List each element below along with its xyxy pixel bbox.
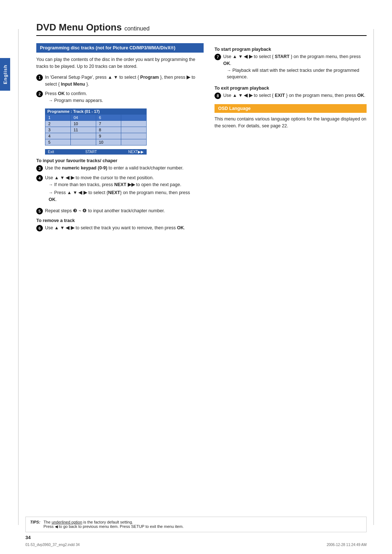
footer-start: START — [85, 150, 97, 154]
table-cell: 10 — [70, 120, 96, 127]
right-column: To start program playback 7 Use ▲ ▼ ◀ ▶ … — [215, 43, 367, 234]
table-cell — [70, 139, 96, 145]
page: English DVD Menu Options continued Progr… — [0, 0, 392, 554]
step-8-num: 8 — [215, 93, 221, 99]
table-row: 1 04 6 — [45, 114, 147, 120]
step-2-bullet: Program menu appears. — [49, 97, 204, 104]
table-cell: 6 — [96, 114, 121, 120]
step-5: 5 Repeat steps ❸ ~ ❹ to input another tr… — [36, 208, 204, 214]
step-4-bullet-2: Press ▲ ▼ ◀ ▶ to select {NEXT} on the pr… — [49, 189, 204, 203]
step-4: 4 Use ▲ ▼ ◀ ▶ to move the cursor to the … — [36, 175, 204, 205]
table-row: 3 11 8 — [45, 127, 147, 133]
subsection-favourite: To input your favourite tracks/ chaper — [36, 158, 204, 163]
table-cell: 9 — [96, 133, 121, 139]
step-4-bullet-1: If more than ten tracks, press NEXT ▶▶ t… — [49, 181, 204, 188]
tips-label: TIPS: — [30, 520, 40, 524]
table-cell: 11 — [70, 127, 96, 133]
tips-line2: Press ◀ to go back to previous menu item… — [44, 524, 184, 529]
step-6: 6 Use ▲ ▼ ◀ ▶ to select the track you wa… — [36, 225, 204, 231]
step-3-content: Use the numeric keypad (0-9) to enter a … — [45, 165, 204, 172]
footer-next: NEXT▶▶ — [128, 150, 144, 154]
step-5-content: Repeat steps ❸ ~ ❹ to input another trac… — [45, 208, 204, 214]
table-row: 2 10 7 — [45, 120, 147, 127]
step-4-content: Use ▲ ▼ ◀ ▶ to move the cursor to the ne… — [45, 175, 204, 205]
table-footer: Exit START NEXT▶▶ — [45, 149, 147, 155]
table-row: 5 10 — [45, 139, 147, 145]
table-cell — [121, 139, 147, 145]
step-2-content: Press OK to confirm. Program menu appear… — [45, 90, 204, 106]
step-1-content: In 'General Setup Page', press ▲ ▼ to se… — [45, 74, 204, 88]
table-cell: 04 — [70, 114, 96, 120]
table-cell: 10 — [96, 139, 121, 145]
footer-date: 2006-12-28 11:24:49 AM — [327, 543, 367, 547]
step-2-num: 2 — [36, 91, 43, 97]
step-8-content: Use ▲ ▼ ◀ ▶ to select { EXIT } on the pr… — [223, 92, 367, 99]
table-cell: 1 — [45, 114, 71, 120]
english-tab: English — [0, 58, 10, 91]
step-1-num: 1 — [36, 74, 43, 81]
left-column: Programming disc tracks (not for Picture… — [36, 43, 204, 234]
table-cell — [121, 120, 147, 127]
osd-language-header: OSD Language — [215, 104, 367, 113]
footer-filename: 01-53_dvp3960_37_eng2.indd 34 — [25, 543, 80, 547]
content-area: Programming disc tracks (not for Picture… — [36, 43, 367, 234]
table-cell: 2 — [45, 120, 71, 127]
step-3: 3 Use the numeric keypad (0-9) to enter … — [36, 165, 204, 172]
table-cell — [70, 133, 96, 139]
table-cell — [121, 127, 147, 133]
table-cell: 4 — [45, 133, 71, 139]
table-cell — [121, 133, 147, 139]
programme-table: Programme : Track (01 - 17) 1 04 6 2 10 — [45, 108, 147, 145]
step-6-num: 6 — [36, 225, 43, 231]
tips-line1: The underlined option is the factory def… — [44, 520, 133, 524]
title-text: DVD Menu Options — [36, 22, 122, 33]
table-cell: 5 — [45, 139, 71, 145]
table-cell: 3 — [45, 127, 71, 133]
step-3-num: 3 — [36, 165, 43, 172]
subsection-remove: To remove a track — [36, 218, 204, 223]
intro-text: You can play the contents of the disc in… — [36, 56, 204, 70]
step-1: 1 In 'General Setup Page', press ▲ ▼ to … — [36, 74, 204, 88]
subsection-start-playback: To start program playback — [215, 47, 367, 52]
step-7: 7 Use ▲ ▼ ◀ ▶ to select { START } on the… — [215, 53, 367, 82]
section-header-programming: Programming disc tracks (not for Picture… — [36, 43, 204, 53]
title-continued: continued — [124, 25, 150, 32]
step-2: 2 Press OK to confirm. Program menu appe… — [36, 90, 204, 106]
footer-exit: Exit — [48, 150, 54, 154]
step-6-content: Use ▲ ▼ ◀ ▶ to select the track you want… — [45, 225, 204, 231]
step-4-num: 4 — [36, 175, 43, 181]
table-row: 4 9 — [45, 133, 147, 139]
step-7-content: Use ▲ ▼ ◀ ▶ to select { START } on the p… — [223, 53, 367, 82]
table-header: Programme : Track (01 - 17) — [45, 108, 147, 115]
step-7-bullet: Playback will start with the select trac… — [227, 67, 367, 81]
tips-bar: TIPS: The underlined option is the facto… — [25, 517, 367, 532]
table-cell: 8 — [96, 127, 121, 133]
programme-table-container: Programme : Track (01 - 17) 1 04 6 2 10 — [45, 108, 204, 155]
step-7-num: 7 — [215, 54, 221, 60]
table-cell — [121, 114, 147, 120]
step-8: 8 Use ▲ ▼ ◀ ▶ to select { EXIT } on the … — [215, 92, 367, 99]
page-number: 34 — [25, 535, 30, 540]
step-5-num: 5 — [36, 208, 43, 214]
subsection-exit-playback: To exit program playback — [215, 86, 367, 91]
table-cell: 7 — [96, 120, 121, 127]
osd-language-text: This menu contains various language opti… — [215, 116, 367, 130]
page-title: DVD Menu Options continued — [36, 22, 367, 36]
